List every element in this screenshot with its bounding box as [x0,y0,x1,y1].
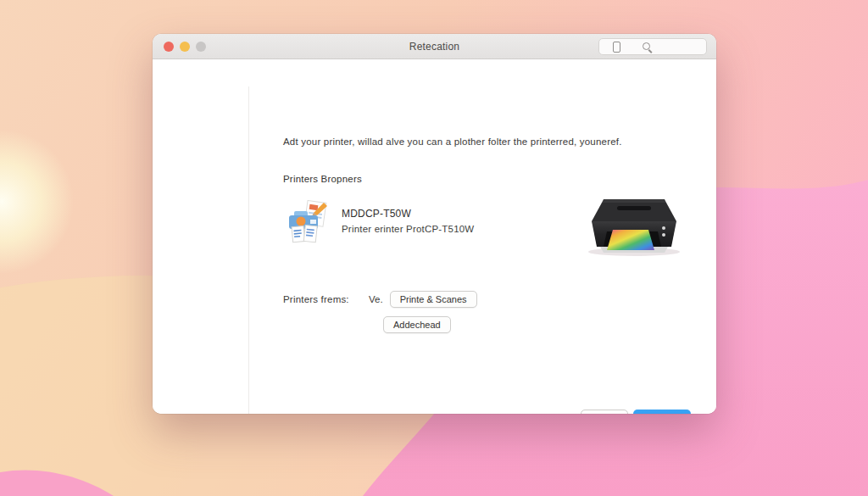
printer-documents-icon [286,200,330,244]
window-body: Adt your printer, willad alve you can a … [153,60,716,414]
printer-from-row: Printers frems: Ve. Printe & Scanes [283,291,477,308]
added-button-label: Added [641,413,670,414]
addechead-button[interactable]: Addechead [383,316,451,333]
printer-product-photo [583,187,685,259]
printers-section-label: Printers Bropners [283,174,362,184]
footer-buttons: Cancel Added → [581,410,691,414]
printer-description: Printer erinter ProtCP-T510W [342,224,474,234]
printer-from-label: Printers frems: [283,294,369,304]
tab-icon [613,42,620,53]
printe-scanes-button[interactable]: Printe & Scanes [390,291,477,308]
titlebar-search-field[interactable] [598,38,707,55]
added-button[interactable]: Added → [633,410,691,414]
sidebar-divider [248,86,249,414]
add-printer-window: Retecation Adt your printer, willad alve… [153,34,716,414]
cancel-button[interactable]: Cancel [581,410,628,414]
search-icon [643,42,654,53]
printer-meta: MDDCP-T50W Printer erinter ProtCP-T510W [342,200,474,244]
from-prefix-text: Ve. [369,294,383,304]
printer-name: MDDCP-T50W [342,208,474,220]
printer-list-item[interactable]: MDDCP-T50W Printer erinter ProtCP-T510W [286,200,474,244]
intro-text: Adt your printer, willad alve you can a … [283,137,622,147]
titlebar: Retecation [153,34,716,59]
